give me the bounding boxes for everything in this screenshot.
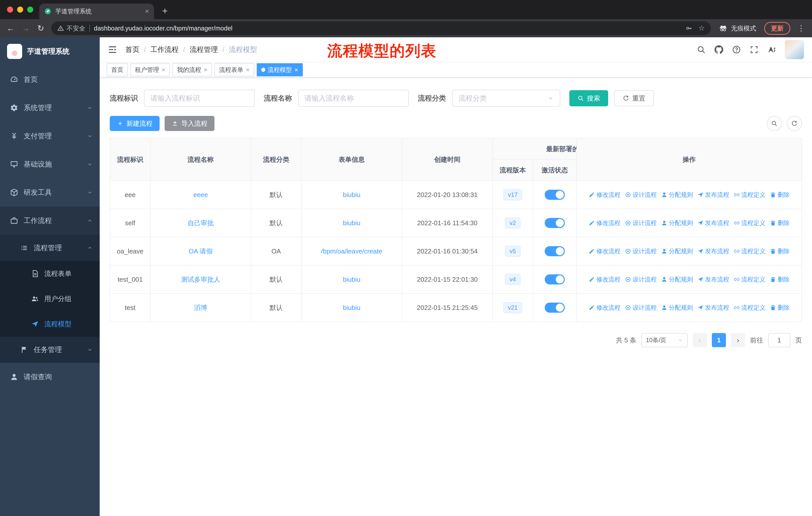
help-icon[interactable] (732, 45, 741, 54)
action-link-link[interactable]: 流程定义 (734, 304, 765, 312)
action-trash-link[interactable]: 删除 (770, 219, 790, 227)
active-toggle[interactable] (545, 303, 565, 313)
tab-tag[interactable]: 流程模型× (257, 63, 303, 76)
page-size-select[interactable]: 10条/页 (641, 333, 688, 347)
action-trash-link[interactable]: 删除 (770, 304, 790, 312)
zoom-window-button[interactable] (27, 6, 33, 12)
breadcrumb-item[interactable]: 首页 (125, 45, 140, 54)
tab-tag[interactable]: 流程表单× (214, 63, 254, 76)
sidebar-item-infrastructure[interactable]: 基础设施 (0, 150, 100, 179)
sidebar-item-home[interactable]: 首页 (0, 65, 100, 94)
action-link-link[interactable]: 流程定义 (734, 247, 765, 255)
sidebar-fold-icon[interactable] (108, 45, 117, 54)
process-name-link[interactable]: OA 请假 (188, 247, 212, 255)
search-icon[interactable] (697, 45, 706, 54)
process-name-link[interactable]: 滔博 (194, 304, 207, 311)
reload-button[interactable]: ↻ (36, 24, 45, 32)
action-design-link[interactable]: 设计流程 (625, 219, 657, 227)
toggle-search-button[interactable] (767, 116, 782, 131)
create-process-button[interactable]: 新建流程 (110, 116, 160, 131)
action-user-link[interactable]: 分配规则 (661, 219, 693, 227)
tag-close-icon[interactable]: × (294, 66, 298, 73)
sidebar-item-payment[interactable]: 支付管理 (0, 122, 100, 150)
process-key-input[interactable] (144, 90, 255, 107)
sidebar-item-task-mgmt[interactable]: 任务管理 (0, 336, 100, 363)
next-page-button[interactable]: › (731, 333, 745, 347)
action-user-link[interactable]: 分配规则 (661, 191, 693, 199)
action-send-link[interactable]: 发布流程 (697, 304, 729, 312)
breadcrumb-item[interactable]: 工作流程 (150, 45, 179, 54)
fontsize-icon[interactable] (767, 45, 776, 54)
form-info-link[interactable]: biubiu (343, 304, 360, 311)
action-edit-link[interactable]: 修改流程 (589, 275, 620, 283)
prev-page-button[interactable]: ‹ (693, 333, 707, 347)
action-edit-link[interactable]: 修改流程 (589, 219, 620, 227)
refresh-table-button[interactable] (787, 116, 802, 131)
active-toggle[interactable] (545, 274, 565, 284)
minimize-window-button[interactable] (17, 6, 23, 12)
process-name-link[interactable]: 测试多审批人 (181, 276, 220, 283)
key-icon[interactable] (686, 25, 692, 32)
category-select[interactable]: 流程分类 (452, 90, 560, 107)
new-tab-button[interactable]: + (162, 6, 168, 16)
active-toggle[interactable] (545, 218, 565, 228)
action-edit-link[interactable]: 修改流程 (589, 247, 620, 255)
search-button[interactable]: 搜索 (569, 90, 608, 106)
action-edit-link[interactable]: 修改流程 (589, 304, 620, 312)
tag-close-icon[interactable]: × (204, 66, 207, 73)
action-link-link[interactable]: 流程定义 (734, 219, 765, 227)
sidebar-item-workflow[interactable]: 工作流程 (0, 207, 100, 235)
reset-button[interactable]: 重置 (614, 90, 654, 106)
browser-menu-icon[interactable]: ⋮ (798, 24, 805, 32)
avatar[interactable] (785, 40, 804, 59)
browser-tab[interactable]: 芋道管理系统 × (39, 3, 154, 19)
breadcrumb-item[interactable]: 流程管理 (190, 45, 218, 54)
fullscreen-icon[interactable] (750, 45, 759, 54)
process-name-link[interactable]: 自己审批 (187, 219, 214, 227)
tab-tag[interactable]: 我的流程× (172, 63, 212, 76)
active-toggle[interactable] (545, 246, 565, 256)
form-info-link[interactable]: biubiu (343, 276, 360, 283)
action-design-link[interactable]: 设计流程 (625, 191, 657, 199)
action-trash-link[interactable]: 删除 (770, 247, 790, 255)
action-user-link[interactable]: 分配规则 (661, 275, 693, 283)
tag-close-icon[interactable]: × (162, 66, 165, 73)
bookmark-star-icon[interactable]: ☆ (698, 25, 705, 32)
sidebar-item-process-model[interactable]: 流程模型 (0, 311, 100, 336)
tab-tag[interactable]: 首页 (107, 63, 128, 76)
update-button[interactable]: 更新 (764, 22, 790, 35)
page-number-1[interactable]: 1 (712, 333, 726, 347)
sidebar-item-system[interactable]: 系统管理 (0, 94, 100, 122)
action-user-link[interactable]: 分配规则 (661, 304, 693, 312)
form-info-link[interactable]: biubiu (343, 191, 360, 198)
sidebar-item-user-group[interactable]: 用户分组 (0, 286, 100, 311)
sidebar-item-process-form[interactable]: 流程表单 (0, 261, 100, 286)
tab-tag[interactable]: 租户管理× (130, 63, 170, 76)
close-window-button[interactable] (7, 6, 13, 12)
goto-page-input[interactable] (768, 333, 790, 347)
action-link-link[interactable]: 流程定义 (734, 191, 765, 199)
action-trash-link[interactable]: 删除 (770, 191, 790, 199)
back-button[interactable]: ← (6, 24, 15, 32)
sidebar-item-devtools[interactable]: 研发工具 (0, 179, 100, 207)
action-send-link[interactable]: 发布流程 (697, 275, 729, 283)
form-info-link[interactable]: /bpm/oa/leave/create (321, 247, 382, 255)
action-user-link[interactable]: 分配规则 (661, 247, 693, 255)
action-trash-link[interactable]: 删除 (770, 275, 790, 283)
action-design-link[interactable]: 设计流程 (625, 275, 657, 283)
sidebar-item-process-mgmt[interactable]: 流程管理 (0, 235, 100, 261)
active-toggle[interactable] (545, 190, 565, 200)
action-send-link[interactable]: 发布流程 (697, 191, 729, 199)
sidebar-item-leave-query[interactable]: 请假查询 (0, 363, 100, 391)
action-design-link[interactable]: 设计流程 (625, 247, 657, 255)
tab-close-icon[interactable]: × (145, 8, 149, 15)
app-logo[interactable]: 芋道管理系统 (0, 37, 100, 65)
import-process-button[interactable]: 导入流程 (165, 116, 214, 131)
form-info-link[interactable]: biubiu (343, 219, 360, 227)
action-send-link[interactable]: 发布流程 (697, 219, 729, 227)
action-link-link[interactable]: 流程定义 (734, 275, 765, 283)
github-icon[interactable] (714, 45, 723, 54)
action-edit-link[interactable]: 修改流程 (589, 191, 620, 199)
tag-close-icon[interactable]: × (246, 66, 250, 73)
address-bar[interactable]: 不安全 dashboard.yudao.iocoder.cn/bpm/manag… (51, 21, 711, 35)
